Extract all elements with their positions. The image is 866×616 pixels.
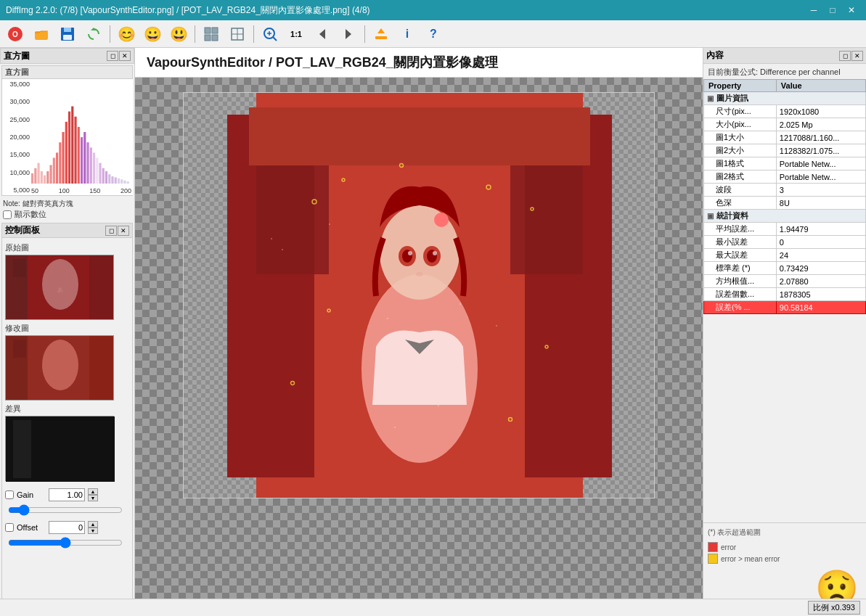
face2-button[interactable]: 😀: [140, 23, 165, 45]
collapse-icon-2[interactable]: ▣: [707, 212, 714, 220]
prev-button[interactable]: [310, 23, 335, 45]
view-button[interactable]: [199, 23, 224, 45]
prop-mp-value: 2.025 Mp: [776, 118, 865, 131]
svg-rect-100: [329, 223, 330, 225]
gain-slider[interactable]: [8, 504, 123, 516]
legend-section: error error > mean error: [708, 542, 862, 564]
save-button[interactable]: [55, 23, 80, 45]
offset-down-button[interactable]: ▼: [88, 527, 98, 534]
open-button[interactable]: O: [3, 23, 28, 45]
gain-row: Gain 1.00 ▲ ▼: [5, 488, 129, 501]
prop-errcount-value: 1878305: [776, 288, 865, 301]
zoom-fit-button[interactable]: [258, 23, 282, 45]
y-label-7: 35,000: [2, 81, 31, 88]
refresh-button[interactable]: [81, 23, 106, 45]
properties-table-wrapper[interactable]: Property Value ▣圖片資訊 尺寸(pix... 1920x1080: [703, 79, 866, 522]
collapse-icon-1[interactable]: ▣: [707, 94, 714, 102]
left-panel: 直方圖 ◻ ✕ 直方圖 35,000 30,000 25,000 20,000 …: [0, 48, 135, 616]
offset-input[interactable]: [49, 521, 85, 534]
gain-checkbox[interactable]: [5, 490, 14, 499]
help-button[interactable]: ?: [421, 23, 446, 45]
section-stats: ▣統計資料: [704, 210, 866, 223]
gain-up-button[interactable]: ▲: [88, 488, 98, 495]
histogram-section-title: 直方圖: [5, 67, 29, 78]
svg-rect-98: [271, 238, 272, 239]
svg-rect-28: [49, 165, 52, 184]
table-row: 大小(pix... 2.025 Mp: [704, 118, 866, 131]
prop-img1size-label: 圖1大小: [704, 131, 777, 144]
properties-table: Property Value ▣圖片資訊 尺寸(pix... 1920x1080: [703, 79, 866, 314]
right-panel-restore-btn[interactable]: ◻: [839, 51, 851, 61]
status-bar: 比例 x0.393: [0, 599, 866, 616]
svg-rect-10: [212, 35, 218, 41]
offset-up-button[interactable]: ▲: [88, 521, 98, 527]
table-row: 尺寸(pix... 1920x1080: [704, 105, 866, 118]
next-button[interactable]: [336, 23, 361, 45]
svg-rect-101: [387, 318, 388, 319]
prop-size-value: 1920x1080: [776, 105, 865, 118]
export-button[interactable]: [369, 23, 393, 45]
diff-thumbnail: [5, 416, 114, 481]
info-button[interactable]: i: [395, 23, 420, 45]
maximize-button[interactable]: □: [824, 4, 841, 17]
prop-img2fmt-label: 圖2格式: [704, 171, 777, 184]
control-panel-header: 控制面板 ◻ ✕: [2, 223, 132, 238]
minimize-button[interactable]: ─: [805, 4, 822, 17]
legend-error-label: error: [721, 543, 736, 551]
offset-checkbox[interactable]: [5, 523, 14, 532]
control-panel-restore-btn[interactable]: ◻: [105, 226, 117, 236]
histogram-canvas: 35,000 30,000 25,000 20,000 15,000 10,00…: [2, 79, 133, 195]
y-label-5: 25,000: [2, 116, 31, 123]
legend-mean-error-box: [708, 554, 718, 564]
gain-down-button[interactable]: ▼: [88, 495, 98, 501]
svg-point-57: [42, 259, 78, 310]
table-row: 最大誤差 24: [704, 249, 866, 262]
right-panel-header-buttons: ◻ ✕: [839, 51, 863, 61]
legend-error-box: [708, 542, 718, 552]
histogram-title: 直方圖: [2, 66, 132, 79]
show-count-checkbox[interactable]: [3, 210, 12, 219]
histogram-close-btn[interactable]: ✕: [119, 51, 131, 61]
offset-slider[interactable]: [8, 537, 123, 549]
offset-slider-row: [5, 535, 129, 552]
grid-button[interactable]: [225, 23, 250, 45]
svg-rect-33: [65, 122, 68, 184]
gain-offset-section: Gain 1.00 ▲ ▼ Offset ▲ ▼: [2, 484, 132, 555]
prop-max-value: 24: [776, 249, 865, 262]
image-area[interactable]: [135, 78, 703, 616]
control-panel-close-btn[interactable]: ✕: [118, 226, 129, 236]
table-row: 平均誤差... 1.94479: [704, 223, 866, 236]
face3-button[interactable]: 😃: [166, 23, 191, 45]
toolbar-separator-4: [364, 25, 365, 43]
zoom-actual-button[interactable]: 1:1: [284, 23, 309, 45]
main-image: [183, 92, 655, 498]
histogram-restore-btn[interactable]: ◻: [107, 51, 118, 61]
control-panel: 控制面板 ◻ ✕ 原始圖 あ: [1, 223, 133, 615]
right-panel-header: 內容 ◻ ✕: [703, 48, 866, 64]
face1-button[interactable]: 😊: [114, 23, 139, 45]
prop-img2size-value: 1128382/1.075...: [776, 144, 865, 157]
prop-img2fmt-value: Portable Netw...: [776, 171, 865, 184]
svg-rect-26: [44, 176, 46, 184]
property-column-header: Property: [704, 80, 777, 92]
svg-rect-104: [438, 405, 439, 406]
right-panel-close-btn[interactable]: ✕: [851, 51, 863, 61]
legend-error-row: error: [708, 542, 862, 552]
svg-marker-18: [319, 29, 325, 39]
svg-rect-50: [118, 178, 120, 184]
table-row: 波段 3: [704, 184, 866, 197]
gain-label: Gain: [17, 490, 46, 499]
folder-button[interactable]: [29, 23, 54, 45]
original-thumbnail: あ: [5, 255, 114, 320]
svg-rect-20: [375, 36, 387, 39]
svg-marker-19: [346, 29, 351, 39]
modified-label: 修改圖: [5, 323, 129, 334]
table-row: 圖1格式 Portable Netw...: [704, 157, 866, 171]
svg-rect-64: [13, 340, 26, 358]
svg-rect-43: [96, 158, 98, 184]
gain-input[interactable]: 1.00: [49, 488, 85, 501]
close-button[interactable]: ✕: [843, 4, 860, 17]
scale-button[interactable]: 比例 x0.393: [808, 601, 860, 615]
svg-rect-58: [13, 259, 26, 277]
toolbar-separator-2: [195, 25, 195, 43]
